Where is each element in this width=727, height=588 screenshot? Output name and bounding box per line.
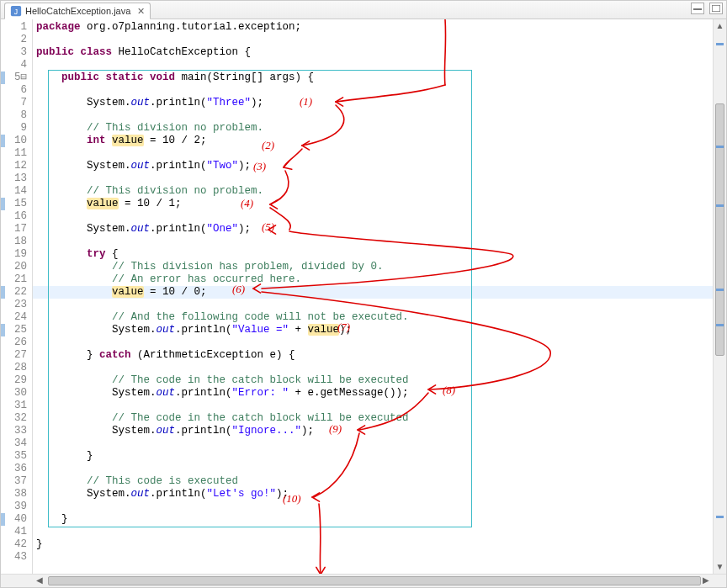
line-number: 38 (1, 488, 27, 501)
line-gutter: 12345⊟6789101112131415161718192021222324… (1, 19, 33, 574)
line-number: 7 (1, 97, 27, 109)
maximize-icon[interactable] (709, 3, 723, 14)
code-line[interactable]: System.out.println("Error: " + e.getMess… (33, 387, 726, 400)
code-line[interactable] (33, 400, 726, 412)
line-number: 9 (1, 122, 27, 135)
code-line[interactable]: // This division no problem. (33, 122, 726, 135)
line-number: 20 (1, 261, 27, 273)
line-number: 29 (1, 374, 27, 387)
code-line[interactable] (33, 236, 726, 248)
code-line[interactable] (33, 362, 726, 374)
overview-marker (716, 204, 724, 207)
code-line[interactable]: // This division no problem. (33, 185, 726, 198)
code-line[interactable]: } (33, 538, 726, 551)
code-line[interactable]: // And the following code will not be ex… (33, 311, 726, 324)
code-line[interactable]: value = 10 / 1; (33, 198, 726, 210)
overview-marker (716, 146, 724, 148)
code-line[interactable] (33, 501, 726, 513)
line-number: 23 (1, 299, 27, 311)
line-number: 26 (1, 336, 27, 349)
code-line[interactable]: // The code in the catch block will be e… (33, 412, 726, 425)
line-number: 42 (1, 538, 27, 551)
line-number: 11 (1, 147, 27, 160)
line-number: 39 (1, 501, 27, 513)
line-number: 34 (1, 437, 27, 450)
editor-area: 12345⊟6789101112131415161718192021222324… (1, 19, 726, 574)
line-number: 33 (1, 425, 27, 437)
code-line[interactable]: // The code in the catch block will be e… (33, 374, 726, 387)
code-line[interactable] (33, 210, 726, 223)
code-line[interactable] (33, 84, 726, 97)
tab-title: HelloCatchException.java (25, 6, 130, 16)
scroll-down-icon[interactable]: ▼ (714, 560, 726, 574)
code-line[interactable]: System.out.println("Two"); (33, 160, 726, 172)
code-line[interactable]: System.out.println("Value =" + value); (33, 324, 726, 336)
line-number: 6 (1, 84, 27, 97)
line-number: 30 (1, 387, 27, 400)
scroll-up-icon[interactable]: ▲ (714, 19, 726, 33)
overview-marker (716, 324, 724, 326)
line-number: 21 (1, 273, 27, 286)
line-number: 4 (1, 59, 27, 72)
code-line[interactable] (33, 336, 726, 349)
code-line[interactable] (33, 109, 726, 122)
line-number: 14 (1, 185, 27, 198)
code-line[interactable] (33, 437, 726, 450)
line-number: 19 (1, 248, 27, 261)
code-line[interactable] (33, 34, 726, 46)
code-line[interactable]: System.out.println("Three"); (33, 97, 726, 109)
scroll-left-icon[interactable]: ◀ (33, 575, 46, 587)
horizontal-scrollbar[interactable]: ◀ ▶ (1, 574, 726, 587)
svg-rect-2 (693, 8, 702, 10)
code-line[interactable]: System.out.println("One"); (33, 223, 726, 236)
code-area[interactable]: package org.o7planning.tutorial.exceptio… (33, 19, 726, 574)
vertical-scrollbar[interactable]: ▲ ▼ (713, 19, 726, 574)
line-number: 43 (1, 551, 27, 564)
code-line[interactable]: public class HelloCatchException { (33, 46, 726, 59)
line-number: 1 (1, 21, 27, 34)
line-number: 16 (1, 210, 27, 223)
code-line[interactable] (33, 299, 726, 311)
code-line[interactable]: try { (33, 248, 726, 261)
code-line[interactable] (33, 526, 726, 538)
close-icon[interactable]: ✕ (134, 6, 145, 17)
code-line[interactable] (33, 551, 726, 564)
code-line[interactable]: // This code is executed (33, 475, 726, 488)
minimize-icon[interactable] (691, 3, 704, 14)
editor-tab[interactable]: J HelloCatchException.java ✕ (4, 3, 151, 19)
line-number: 35 (1, 450, 27, 463)
line-number: 31 (1, 400, 27, 412)
overview-marker (716, 289, 724, 291)
line-number: 32 (1, 412, 27, 425)
line-number: 27 (1, 349, 27, 362)
code-line[interactable]: value = 10 / 0; (33, 286, 726, 299)
svg-text:J: J (14, 8, 18, 16)
code-line[interactable]: } catch (ArithmeticException e) { (33, 349, 726, 362)
line-number: 36 (1, 463, 27, 475)
code-line[interactable] (33, 463, 726, 475)
code-line[interactable]: System.out.println("Ignore..."); (33, 425, 726, 437)
line-number: 8 (1, 109, 27, 122)
line-number: 13 (1, 172, 27, 185)
code-line[interactable] (33, 147, 726, 160)
line-number: 3 (1, 46, 27, 59)
line-number: 24 (1, 311, 27, 324)
line-number: 2 (1, 34, 27, 46)
code-line[interactable]: package org.o7planning.tutorial.exceptio… (33, 21, 726, 34)
code-line[interactable]: public static void main(String[] args) { (33, 72, 726, 84)
code-line[interactable]: // An error has occurred here. (33, 273, 726, 286)
tab-bar: J HelloCatchException.java ✕ (1, 1, 726, 19)
vscroll-thumb[interactable] (715, 103, 724, 356)
code-line[interactable]: } (33, 450, 726, 463)
toolbar-right (691, 3, 723, 14)
code-line[interactable] (33, 172, 726, 185)
line-number: 37 (1, 475, 27, 488)
code-line[interactable]: } (33, 513, 726, 526)
scroll-right-icon[interactable]: ▶ (699, 575, 713, 587)
code-line[interactable]: // This division has problem, divided by… (33, 261, 726, 273)
code-line[interactable] (33, 59, 726, 72)
code-line[interactable]: System.out.println("Let's go!"); (33, 488, 726, 501)
code-line[interactable]: int value = 10 / 2; (33, 135, 726, 147)
line-number: 12 (1, 160, 27, 172)
hscroll-thumb[interactable] (48, 576, 701, 585)
